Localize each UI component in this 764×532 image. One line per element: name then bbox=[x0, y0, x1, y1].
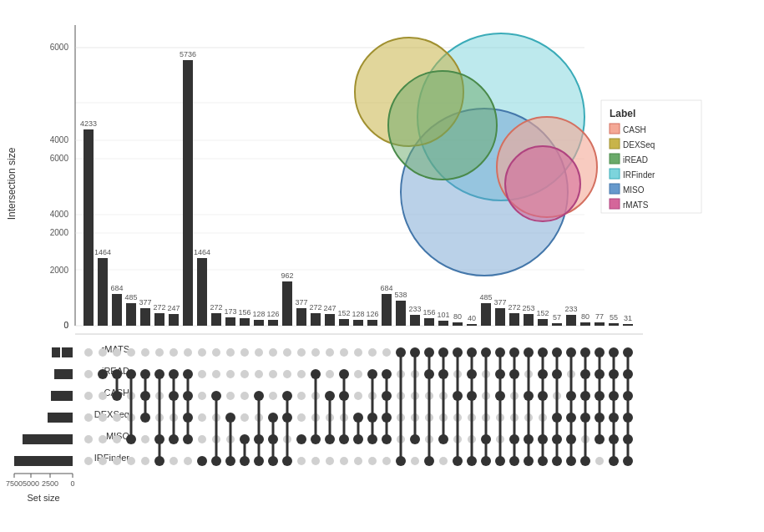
svg-point-257 bbox=[84, 457, 93, 465]
svg-point-63 bbox=[99, 348, 107, 357]
svg-rect-452 bbox=[52, 347, 60, 357]
svg-rect-458 bbox=[14, 456, 73, 466]
chart-container: 0 2000 4000 6000 0 2000 4000 6000 Inters… bbox=[0, 0, 764, 532]
svg-point-65 bbox=[127, 348, 135, 357]
svg-point-141 bbox=[99, 392, 107, 400]
bar-33 bbox=[538, 319, 548, 326]
svg-point-218 bbox=[84, 435, 93, 443]
svg-point-222 bbox=[141, 435, 149, 443]
svg-point-194 bbox=[297, 413, 306, 422]
svg-text:57: 57 bbox=[553, 313, 561, 322]
svg-point-181 bbox=[113, 413, 121, 422]
svg-point-64 bbox=[113, 348, 121, 357]
svg-point-113 bbox=[255, 370, 263, 378]
svg-point-74 bbox=[255, 348, 263, 357]
svg-point-75 bbox=[269, 348, 277, 357]
svg-point-110 bbox=[212, 370, 220, 378]
svg-point-120 bbox=[354, 370, 362, 378]
bar-23 bbox=[396, 301, 406, 326]
svg-rect-475 bbox=[610, 184, 620, 194]
svg-rect-456 bbox=[48, 413, 73, 423]
bar-25 bbox=[424, 318, 434, 326]
bar-12 bbox=[240, 318, 250, 326]
svg-text:272: 272 bbox=[153, 303, 165, 312]
svg-rect-453 bbox=[62, 347, 73, 357]
svg-point-153 bbox=[269, 392, 277, 400]
svg-text:272: 272 bbox=[508, 303, 520, 312]
bar-4 bbox=[126, 303, 136, 326]
yaxis-4000: 4000 bbox=[50, 135, 69, 144]
svg-point-293 bbox=[595, 457, 604, 465]
svg-point-76 bbox=[283, 348, 291, 357]
svg-point-118 bbox=[326, 370, 334, 378]
svg-rect-54 bbox=[595, 322, 605, 326]
svg-text:4233: 4233 bbox=[80, 119, 97, 128]
svg-point-469 bbox=[505, 146, 580, 221]
bar-10 bbox=[211, 313, 221, 326]
svg-rect-52 bbox=[580, 322, 590, 326]
bar-3 bbox=[112, 294, 122, 326]
legend-title: Label bbox=[610, 108, 635, 119]
bar-31 bbox=[509, 313, 519, 326]
bar-22 bbox=[382, 294, 392, 326]
bar-1 bbox=[83, 129, 94, 326]
svg-text:485: 485 bbox=[124, 293, 137, 301]
svg-text:377: 377 bbox=[493, 298, 506, 307]
svg-point-114 bbox=[269, 370, 277, 378]
svg-rect-457 bbox=[23, 434, 73, 444]
svg-text:2000: 2000 bbox=[50, 266, 69, 275]
bar-28 bbox=[467, 324, 477, 326]
bar-19 bbox=[339, 319, 349, 326]
svg-point-155 bbox=[297, 392, 306, 400]
bar-30 bbox=[495, 308, 505, 326]
svg-point-261 bbox=[141, 457, 149, 465]
setsize-label: Set size bbox=[27, 493, 59, 503]
yaxis-6000: 6000 bbox=[50, 43, 69, 52]
svg-point-69 bbox=[184, 348, 192, 357]
svg-text:40: 40 bbox=[468, 314, 476, 322]
svg-point-264 bbox=[184, 457, 192, 465]
svg-point-80 bbox=[340, 348, 348, 357]
yaxis-2000: 2000 bbox=[50, 228, 69, 237]
bar-8 bbox=[183, 60, 193, 326]
svg-point-159 bbox=[354, 392, 362, 400]
svg-text:233: 233 bbox=[408, 305, 421, 313]
svg-text:272: 272 bbox=[210, 303, 222, 312]
svg-point-342 bbox=[296, 434, 306, 444]
legend-rmats: rMATS bbox=[623, 200, 649, 210]
bar-14 bbox=[268, 320, 278, 326]
svg-text:962: 962 bbox=[281, 271, 293, 280]
svg-point-282 bbox=[439, 457, 448, 465]
svg-point-179 bbox=[84, 413, 93, 422]
bar-9 bbox=[197, 258, 207, 326]
bar-17 bbox=[311, 313, 321, 326]
svg-text:101: 101 bbox=[437, 311, 449, 319]
svg-point-111 bbox=[226, 370, 235, 378]
svg-point-115 bbox=[283, 370, 291, 378]
svg-point-109 bbox=[198, 370, 206, 378]
svg-text:485: 485 bbox=[479, 293, 492, 301]
setsize-5000: 5000 bbox=[23, 479, 39, 488]
svg-rect-476 bbox=[610, 199, 620, 209]
svg-rect-473 bbox=[610, 154, 620, 164]
svg-rect-454 bbox=[54, 369, 73, 379]
svg-point-73 bbox=[240, 348, 249, 357]
svg-point-274 bbox=[326, 457, 334, 465]
svg-point-81 bbox=[354, 348, 362, 357]
svg-point-263 bbox=[169, 457, 178, 465]
bar-26 bbox=[438, 321, 448, 326]
bar-7 bbox=[169, 314, 179, 326]
svg-point-112 bbox=[240, 370, 249, 378]
svg-point-79 bbox=[326, 348, 334, 357]
svg-text:1464: 1464 bbox=[194, 248, 210, 256]
svg-text:128: 128 bbox=[252, 310, 265, 318]
svg-point-77 bbox=[297, 348, 306, 357]
svg-point-70 bbox=[198, 348, 206, 357]
svg-point-273 bbox=[311, 457, 320, 465]
svg-point-101 bbox=[84, 370, 93, 378]
svg-point-187 bbox=[198, 413, 206, 422]
svg-text:128: 128 bbox=[352, 310, 364, 318]
svg-text:684: 684 bbox=[380, 284, 392, 292]
bar-11 bbox=[225, 317, 235, 326]
legend-cash: CASH bbox=[623, 125, 646, 134]
